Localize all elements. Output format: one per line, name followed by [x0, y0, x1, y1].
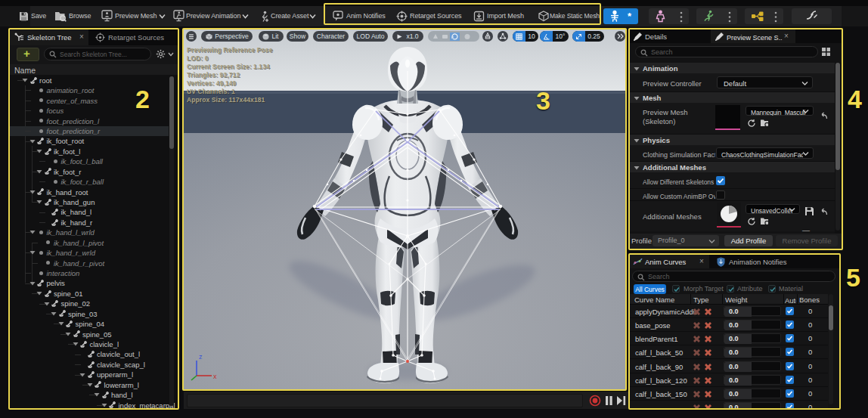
svg-text:z: z: [199, 353, 203, 361]
svg-text:x: x: [213, 373, 217, 380]
